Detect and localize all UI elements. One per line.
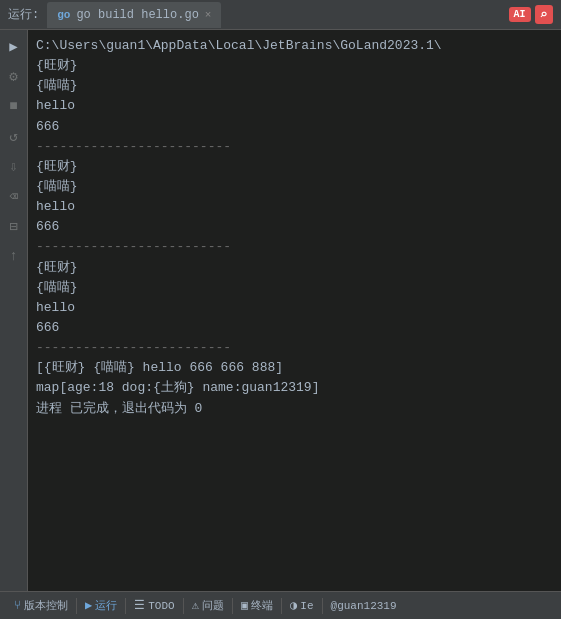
status-divider-1 [76, 598, 77, 614]
ai-toolbar: AI ⌕ [509, 5, 553, 24]
status-divider-3 [183, 598, 184, 614]
terminal-line: 进程 已完成，退出代码为 0 [36, 399, 553, 419]
sidebar-scroll-icon[interactable]: ⇩ [4, 156, 24, 176]
active-tab[interactable]: go go build hello.go × [47, 2, 221, 28]
problems-label: 问题 [202, 598, 224, 613]
status-divider-5 [281, 598, 282, 614]
sidebar-wrench-icon[interactable]: ⚙ [4, 66, 24, 86]
todo-icon: ☰ [134, 598, 145, 613]
status-version-control[interactable]: ⑂ 版本控制 [8, 592, 74, 619]
sidebar-stop-icon[interactable]: ■ [4, 96, 24, 116]
terminal-output[interactable]: C:\Users\guan1\AppData\Local\JetBrains\G… [28, 30, 561, 591]
version-control-label: 版本控制 [24, 598, 68, 613]
sidebar-play-icon[interactable]: ▶ [4, 36, 24, 56]
terminal-line: {旺财} [36, 258, 553, 278]
run-label-status: 运行 [95, 598, 117, 613]
todo-label: TODO [148, 600, 174, 612]
sidebar-pin-icon[interactable]: ↑ [4, 246, 24, 266]
status-terminal[interactable]: ▣ 终端 [235, 592, 279, 619]
status-user[interactable]: @guan12319 [325, 592, 403, 619]
terminal-line: {旺财} [36, 157, 553, 177]
version-control-icon: ⑂ [14, 599, 21, 613]
problems-icon: ⚠ [192, 598, 199, 613]
run-label: 运行: [8, 6, 39, 23]
terminal-line: ------------------------- [36, 237, 553, 257]
status-run[interactable]: ▶ 运行 [79, 592, 123, 619]
terminal-line: {喵喵} [36, 177, 553, 197]
terminal-line: [{旺财} {喵喵} hello 666 666 888] [36, 358, 553, 378]
terminal-line: 666 [36, 217, 553, 237]
run-sidebar: ▶ ⚙ ■ ↺ ⇩ ⌫ ⊟ ↑ [0, 30, 28, 591]
top-bar: 运行: go go build hello.go × AI ⌕ [0, 0, 561, 30]
terminal-line: hello [36, 298, 553, 318]
terminal-line: ------------------------- [36, 137, 553, 157]
status-todo[interactable]: ☰ TODO [128, 592, 180, 619]
user-label: @guan12319 [331, 600, 397, 612]
tab-close-icon[interactable]: × [205, 9, 212, 21]
tab-title: go build hello.go [76, 8, 198, 22]
terminal-label: 终端 [251, 598, 273, 613]
terminal-icon: ▣ [241, 598, 248, 613]
status-problems[interactable]: ⚠ 问题 [186, 592, 230, 619]
terminal-line: ------------------------- [36, 338, 553, 358]
terminal-line: {喵喵} [36, 76, 553, 96]
go-file-icon: go [57, 9, 70, 21]
main-content: ▶ ⚙ ■ ↺ ⇩ ⌫ ⊟ ↑ C:\Users\guan1\AppData\L… [0, 30, 561, 591]
status-divider-4 [232, 598, 233, 614]
terminal-line: {旺财} [36, 56, 553, 76]
terminal-line: {喵喵} [36, 278, 553, 298]
sidebar-trash-icon[interactable]: ⌫ [4, 186, 24, 206]
codegpt-icon: ◑ [290, 598, 297, 613]
terminal-line: hello [36, 197, 553, 217]
sidebar-rerun-icon[interactable]: ↺ [4, 126, 24, 146]
terminal-line: C:\Users\guan1\AppData\Local\JetBrains\G… [36, 36, 553, 56]
status-codegpt[interactable]: ◑ Ie [284, 592, 319, 619]
status-divider-2 [125, 598, 126, 614]
ai-button[interactable]: AI [509, 7, 531, 22]
terminal-line: map[age:18 dog:{土狗} name:guan12319] [36, 378, 553, 398]
search-button[interactable]: ⌕ [535, 5, 553, 24]
sidebar-layout-icon[interactable]: ⊟ [4, 216, 24, 236]
status-divider-6 [322, 598, 323, 614]
terminal-line: hello [36, 96, 553, 116]
codegpt-label: Ie [300, 600, 313, 612]
run-icon: ▶ [85, 598, 92, 613]
status-bar: ⑂ 版本控制 ▶ 运行 ☰ TODO ⚠ 问题 ▣ 终端 ◑ Ie @guan1… [0, 591, 561, 619]
terminal-line: 666 [36, 318, 553, 338]
terminal-line: 666 [36, 117, 553, 137]
